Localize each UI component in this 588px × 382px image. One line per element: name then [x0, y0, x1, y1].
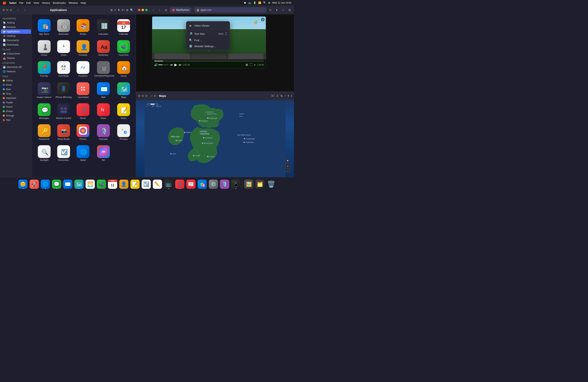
app-podcasts[interactable]: 🎙️ Podcasts [94, 123, 113, 142]
app-siri[interactable]: Siri [94, 144, 113, 163]
context-menu-find[interactable]: 🔍 Find… [186, 37, 230, 43]
app-reminders[interactable]: ☑️ Reminders [55, 144, 72, 163]
dock-item-appletv[interactable]: 📺 [163, 179, 174, 190]
map-zoom-in-button[interactable]: + [286, 164, 290, 168]
dock-item-mail[interactable]: ✉️ [63, 179, 73, 190]
sidebar-tag-gray[interactable]: Gray [1, 92, 31, 96]
map-compass[interactable]: N [285, 158, 290, 163]
sidebar-tag-blue[interactable]: Blue [1, 87, 31, 92]
view-toggle-icon[interactable]: ⊞ [110, 8, 113, 12]
minimize-button[interactable] [6, 9, 8, 11]
maps-satellite-button[interactable]: 🛰 [280, 95, 283, 97]
group-icon[interactable]: ≡ [114, 8, 116, 12]
app-books[interactable]: 📚 Books [74, 18, 92, 37]
close-button[interactable] [2, 9, 5, 11]
app-automator[interactable]: 🤖 Automator [55, 18, 72, 37]
app-dictionary[interactable]: Aa Dictionary [94, 38, 113, 58]
app-calculator[interactable]: 🔢 Calculator [94, 18, 113, 37]
sidebar-item-shared[interactable]: 📤 Shared [1, 56, 31, 60]
app-home[interactable]: 🏠 Home [115, 59, 133, 79]
sidebar-tag-important[interactable]: Important [1, 96, 31, 100]
forward-button[interactable]: › [22, 8, 27, 12]
dock-item-systemprefs[interactable]: ⚙️ [208, 179, 219, 190]
browser-back-button[interactable]: ‹ [151, 8, 156, 12]
dock-item-facetime[interactable]: 📹 [96, 179, 106, 190]
sidebar-item-network[interactable]: 🌐 Network [1, 69, 31, 74]
app-appstore[interactable]: 🛍️ App Store [35, 18, 53, 37]
reload-button[interactable]: ↻ [268, 8, 273, 12]
sidebar-item-desktop[interactable]: 🖥 Desktop [1, 34, 31, 38]
url-bar[interactable]: 🔒 apple.com [194, 7, 266, 13]
quick-actions-icon[interactable]: ⊛ [126, 8, 128, 12]
app-calendar[interactable]: JUL 17 Calendar [115, 18, 133, 37]
context-menu-video-viewer[interactable]: ▶ Video Viewer [186, 22, 230, 29]
dock-item-calendar[interactable]: JUN 12 [107, 179, 118, 190]
search-icon[interactable]: 🔍 [130, 8, 133, 12]
dock-item-notes[interactable]: 📝 [130, 179, 140, 190]
sidebar-item-icloud-drive[interactable]: ☁️ iCloud Drive [1, 52, 31, 56]
dock-item-news[interactable]: 📰 [186, 179, 196, 190]
app-spotlight[interactable]: 🔍 Spotlight [35, 144, 53, 163]
sidebar-tag-yellow[interactable]: Yellow [1, 78, 31, 83]
sidebar-item-applications[interactable]: 📂 Applications [1, 29, 31, 34]
app-photos[interactable]: Photos [74, 123, 92, 142]
app-photobooth[interactable]: 📸 Photo Booth [55, 123, 72, 142]
dock-item-reminders[interactable]: ☑️ [141, 179, 151, 190]
maps-zoom-in-toolbar[interactable]: + [284, 95, 286, 97]
rewind-button[interactable]: ⏮ [170, 63, 173, 66]
play-button[interactable]: ▶ [174, 62, 177, 67]
dock-item-appstore[interactable]: 🛍️ [197, 179, 207, 190]
app-notes[interactable]: 📝 Notes [115, 102, 133, 121]
share-button[interactable]: ⬆ [274, 8, 279, 12]
browser-close-button[interactable] [138, 9, 140, 11]
maps-share-button[interactable]: ⬆ [287, 95, 289, 97]
menu-file[interactable]: File [19, 1, 23, 4]
sidebar-item-documents[interactable]: 📄 Documents [1, 38, 31, 42]
video-close-button[interactable]: ✕ [261, 18, 265, 21]
dock-item-podcasts[interactable]: 🎙️ [219, 179, 230, 190]
maps-minimize-button[interactable] [142, 95, 144, 97]
volume-icon[interactable]: 🔊 [154, 63, 158, 66]
app-iphonemirroring[interactable]: iPhone Mirroring [55, 81, 72, 100]
sidebar-tag-home[interactable]: Home [1, 105, 31, 109]
app-launchpad[interactable]: Launchpad [74, 81, 92, 100]
sidebar-tag-green[interactable]: Green [1, 109, 31, 114]
menu-history[interactable]: History [42, 1, 50, 4]
app-missioncontrol[interactable]: Mission Control [55, 102, 72, 121]
dock-item-photos-browser[interactable]: 🖼️ [244, 179, 254, 190]
tag-icon[interactable]: 🏷 [122, 8, 125, 12]
back-button[interactable]: ‹ [16, 8, 21, 12]
sidebar-toggle-button[interactable]: ⊞ [287, 8, 292, 12]
menubar-search-icon[interactable]: 🔍 [263, 1, 266, 4]
dock-item-safari[interactable]: 🌐 [40, 179, 51, 190]
app-clock[interactable]: Clock [55, 38, 72, 58]
app-imagecapture[interactable]: 📷 Image Capture [35, 81, 53, 100]
macrumors-tab[interactable]: 🍎 MacRumors [170, 7, 191, 13]
browser-minimize-button[interactable] [142, 9, 144, 11]
fullscreen-video-btn[interactable]: ⛶ [250, 63, 252, 66]
maps-fullscreen-button[interactable] [145, 95, 147, 97]
dock-item-maps[interactable]: 🗺️ [74, 179, 84, 190]
app-fontbook[interactable]: A A A A Font Book [55, 59, 72, 79]
sidebar-item-macintosh-hd[interactable]: 💾 Macintosh HD [1, 65, 31, 69]
app-news[interactable]: N News [94, 102, 113, 121]
menubar-controlcenter-icon[interactable]: ⊞ [268, 1, 270, 4]
app-name[interactable]: Safari [9, 1, 16, 4]
video-progress-bar[interactable] [154, 61, 264, 61]
browser-fullscreen-button[interactable] [145, 9, 147, 11]
app-contacts[interactable]: 👤 Contacts [74, 38, 92, 58]
dock-item-freeform[interactable]: ✏️ [152, 179, 163, 190]
context-menu-website-settings[interactable]: ⚙️ Website Settings… [186, 43, 230, 49]
map-zoom-out-button[interactable]: − [286, 169, 290, 173]
fullscreen-button[interactable] [10, 9, 12, 11]
maps-toggle-button[interactable]: ⊞ [154, 95, 156, 97]
menu-help[interactable]: Help [81, 1, 86, 4]
sidebar-item-downloads[interactable]: ⬇️ Downloads [1, 42, 31, 47]
dock-item-finder[interactable]: 😊 [18, 179, 28, 190]
sidebar-item-recents[interactable]: 🕐 Recents [1, 25, 31, 29]
app-safari[interactable]: 🌐 Safari [74, 144, 92, 163]
dock-item-photos[interactable]: 🌅 [85, 179, 95, 190]
app-freeform[interactable]: Freeform [74, 59, 92, 79]
maps-location-button[interactable]: ⌖ [151, 95, 152, 97]
sidebar-tag-red[interactable]: Red [1, 118, 31, 122]
